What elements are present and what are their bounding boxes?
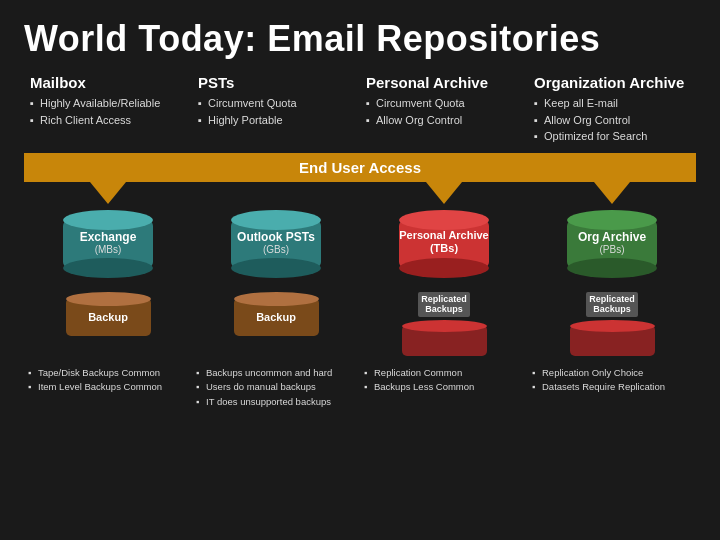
col-psts-bullet-1: Circumvent Quota (198, 95, 354, 112)
col-personal-archive: Personal Archive Circumvent Quota Allow … (360, 74, 528, 145)
col-personal-archive-heading: Personal Archive (366, 74, 522, 91)
backup-row: Backup Backup ReplicatedBackups Replicat… (24, 292, 696, 361)
backup-2-label: Backup (236, 311, 316, 323)
bullets-mailbox-2: Item Level Backups Common (28, 380, 188, 394)
columns-header-row: Mailbox Highly Available/Reliable Rich C… (24, 74, 696, 145)
cylinder-personal-archive: Personal Archive (TBs) (360, 210, 528, 282)
bullets-psts: Backups uncommon and hard Users do manua… (192, 366, 360, 409)
backup-cell-4: ReplicatedBackups (528, 292, 696, 361)
bullets-personal-2: Backups Less Common (364, 380, 524, 394)
cylinder-outlook-psts: Outlook PSTs (GBs) (192, 210, 360, 282)
col-personal-archive-bullet-2: Allow Org Control (366, 112, 522, 129)
col-org-archive: Organization Archive Keep all E-mail All… (528, 74, 696, 145)
col-mailbox-heading: Mailbox (30, 74, 186, 91)
col-org-archive-bullet-2: Allow Org Control (534, 112, 690, 129)
arrow-3 (360, 182, 528, 206)
bullets-org: Replication Only Choice Datasets Require… (528, 366, 696, 409)
backup-1-label: Backup (68, 311, 148, 323)
bullets-personal-1: Replication Common (364, 366, 524, 380)
cylinder-org-archive: Org Archive (PBs) (528, 210, 696, 282)
bottom-bullets-row: Tape/Disk Backups Common Item Level Back… (24, 366, 696, 409)
bullets-mailbox: Tape/Disk Backups Common Item Level Back… (24, 366, 192, 409)
cylinder-exchange: Exchange (MBs) (24, 210, 192, 282)
bullets-org-2: Datasets Require Replication (532, 380, 692, 394)
col-psts-bullet-2: Highly Portable (198, 112, 354, 129)
arrows-row (24, 182, 696, 206)
replicated-badge-2: ReplicatedBackups (586, 292, 638, 318)
col-org-archive-bullet-3: Optimized for Search (534, 128, 690, 145)
arrow-1 (24, 182, 192, 206)
bullets-personal: Replication Common Backups Less Common (360, 366, 528, 409)
bullets-psts-3: IT does unsupported backups (196, 395, 356, 409)
slide: World Today: Email Repositories Mailbox … (0, 0, 720, 540)
bullets-mailbox-1: Tape/Disk Backups Common (28, 366, 188, 380)
exchange-sublabel: (MBs) (63, 244, 153, 255)
bullets-psts-2: Users do manual backups (196, 380, 356, 394)
slide-title: World Today: Email Repositories (24, 18, 696, 60)
personal-archive-label: Personal Archive (TBs) (399, 229, 489, 255)
backup-cell-1: Backup (24, 292, 192, 361)
col-psts-heading: PSTs (198, 74, 354, 91)
col-org-archive-bullet-1: Keep all E-mail (534, 95, 690, 112)
org-archive-label: Org Archive (567, 230, 657, 244)
bullets-psts-1: Backups uncommon and hard (196, 366, 356, 380)
col-psts: PSTs Circumvent Quota Highly Portable (192, 74, 360, 145)
replicated-badge-1: ReplicatedBackups (418, 292, 470, 318)
outlook-psts-sublabel: (GBs) (231, 244, 321, 255)
org-archive-sublabel: (PBs) (567, 244, 657, 255)
backup-cell-3: ReplicatedBackups (360, 292, 528, 361)
col-org-archive-heading: Organization Archive (534, 74, 690, 91)
backup-cell-2: Backup (192, 292, 360, 361)
end-user-access-bar: End User Access (24, 153, 696, 182)
exchange-label: Exchange (63, 230, 153, 244)
col-mailbox: Mailbox Highly Available/Reliable Rich C… (24, 74, 192, 145)
arrow-4 (528, 182, 696, 206)
bullets-org-1: Replication Only Choice (532, 366, 692, 380)
outlook-psts-label: Outlook PSTs (231, 230, 321, 244)
col-mailbox-bullet-2: Rich Client Access (30, 112, 186, 129)
cylinders-row: Exchange (MBs) Outlook PSTs (GBs) (24, 210, 696, 282)
arrow-2 (192, 182, 360, 206)
col-personal-archive-bullet-1: Circumvent Quota (366, 95, 522, 112)
col-mailbox-bullet-1: Highly Available/Reliable (30, 95, 186, 112)
